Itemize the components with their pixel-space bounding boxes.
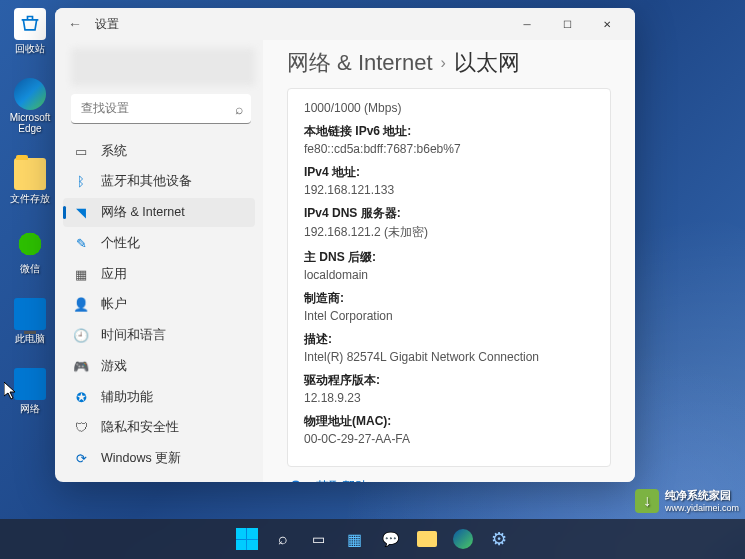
monitor-icon xyxy=(14,298,46,330)
sidebar-item-personalization[interactable]: ✎个性化 xyxy=(63,229,255,258)
sidebar-item-label: 应用 xyxy=(101,266,127,283)
dns-value: 192.168.121.2 (未加密) xyxy=(304,224,594,241)
sidebar-item-label: 隐私和安全性 xyxy=(101,419,179,436)
update-icon: ⟳ xyxy=(73,451,89,467)
back-button[interactable]: ← xyxy=(63,12,87,36)
clock-icon: 🕘 xyxy=(73,328,89,344)
desktop-icon-label: 文件存放 xyxy=(6,192,54,206)
ethernet-details-card: 1000/1000 (Mbps) 本地链接 IPv6 地址:fe80::cd5a… xyxy=(287,88,611,467)
shield-icon: 🛡 xyxy=(73,420,89,436)
sidebar-item-label: 辅助功能 xyxy=(101,389,153,406)
minimize-button[interactable]: ─ xyxy=(507,10,547,38)
sidebar: ⌕ ▭系统 ᛒ蓝牙和其他设备 ◥网络 & Internet ✎个性化 ▦应用 👤… xyxy=(55,40,263,482)
desktop-icon-this-pc[interactable]: 此电脑 xyxy=(6,298,54,346)
sidebar-item-accounts[interactable]: 👤帐户 xyxy=(63,290,255,319)
sidebar-item-time-language[interactable]: 🕘时间和语言 xyxy=(63,321,255,350)
help-icon: 👤 xyxy=(287,480,304,483)
task-view-button[interactable]: ▭ xyxy=(303,523,335,555)
wechat-icon xyxy=(14,228,46,260)
sidebar-item-label: 帐户 xyxy=(101,296,127,313)
breadcrumb-current: 以太网 xyxy=(454,48,520,78)
desktop-icon-label: Microsoft Edge xyxy=(6,112,54,134)
window-title: 设置 xyxy=(95,16,119,33)
get-help-link[interactable]: 👤 获取帮助 xyxy=(287,479,611,482)
taskbar-search-button[interactable]: ⌕ xyxy=(267,523,299,555)
link-speed-value: 1000/1000 (Mbps) xyxy=(304,101,594,115)
search-input[interactable] xyxy=(71,94,251,124)
sidebar-item-apps[interactable]: ▦应用 xyxy=(63,260,255,289)
apps-icon: ▦ xyxy=(73,266,89,282)
manufacturer-label: 制造商: xyxy=(304,290,594,307)
sidebar-item-privacy[interactable]: 🛡隐私和安全性 xyxy=(63,413,255,442)
close-button[interactable]: ✕ xyxy=(587,10,627,38)
desktop-icon-folder[interactable]: 文件存放 xyxy=(6,158,54,206)
folder-icon xyxy=(14,158,46,190)
titlebar: ← 设置 ─ ☐ ✕ xyxy=(55,8,635,40)
content-area: 网络 & Internet › 以太网 1000/1000 (Mbps) 本地链… xyxy=(263,40,635,482)
desktop-icon-label: 此电脑 xyxy=(6,332,54,346)
sidebar-item-label: 蓝牙和其他设备 xyxy=(101,173,192,190)
sidebar-item-label: 时间和语言 xyxy=(101,327,166,344)
edge-button[interactable] xyxy=(447,523,479,555)
desktop-icon-wechat[interactable]: 微信 xyxy=(6,228,54,276)
ipv6-label: 本地链接 IPv6 地址: xyxy=(304,123,594,140)
sidebar-item-accessibility[interactable]: ✪辅助功能 xyxy=(63,383,255,412)
breadcrumb: 网络 & Internet › 以太网 xyxy=(287,48,611,78)
chevron-right-icon: › xyxy=(441,54,446,72)
watermark-brand: 纯净系统家园 xyxy=(665,488,739,503)
chat-icon: 💬 xyxy=(382,531,399,547)
start-button[interactable] xyxy=(231,523,263,555)
user-account-area[interactable] xyxy=(71,48,255,86)
chat-button[interactable]: 💬 xyxy=(375,523,407,555)
sidebar-item-label: Windows 更新 xyxy=(101,450,181,467)
system-icon: ▭ xyxy=(73,143,89,159)
brush-icon: ✎ xyxy=(73,235,89,251)
desktop-icon-label: 微信 xyxy=(6,262,54,276)
manufacturer-value: Intel Corporation xyxy=(304,309,594,323)
sidebar-item-label: 个性化 xyxy=(101,235,140,252)
driver-version-value: 12.18.9.23 xyxy=(304,391,594,405)
search-icon: ⌕ xyxy=(278,530,288,548)
dns-suffix-label: 主 DNS 后缀: xyxy=(304,249,594,266)
person-icon: 👤 xyxy=(73,297,89,313)
desktop-icon-label: 回收站 xyxy=(6,42,54,56)
ipv4-value: 192.168.121.133 xyxy=(304,183,594,197)
sidebar-item-system[interactable]: ▭系统 xyxy=(63,137,255,166)
sidebar-item-windows-update[interactable]: ⟳Windows 更新 xyxy=(63,444,255,473)
description-value: Intel(R) 82574L Gigabit Network Connecti… xyxy=(304,350,594,364)
edge-icon xyxy=(14,78,46,110)
search-icon: ⌕ xyxy=(235,101,243,117)
taskbar: ⌕ ▭ ▦ 💬 ⚙ xyxy=(0,519,745,559)
widgets-button[interactable]: ▦ xyxy=(339,523,371,555)
sidebar-item-gaming[interactable]: 🎮游戏 xyxy=(63,352,255,381)
sidebar-item-label: 游戏 xyxy=(101,358,127,375)
watermark-url: www.yidaimei.com xyxy=(665,503,739,513)
watermark: ↓ 纯净系统家园 www.yidaimei.com xyxy=(635,488,739,513)
maximize-button[interactable]: ☐ xyxy=(547,10,587,38)
ipv6-value: fe80::cd5a:bdff:7687:b6eb%7 xyxy=(304,142,594,156)
settings-button[interactable]: ⚙ xyxy=(483,523,515,555)
help-link-label: 获取帮助 xyxy=(316,479,368,482)
mac-address-label: 物理地址(MAC): xyxy=(304,413,594,430)
desktop-icon-edge[interactable]: Microsoft Edge xyxy=(6,78,54,134)
desktop-icon-network[interactable]: 网络 xyxy=(6,368,54,416)
desktop-icon-recycle-bin[interactable]: 回收站 xyxy=(6,8,54,56)
wifi-icon: ◥ xyxy=(73,205,89,221)
sidebar-item-network[interactable]: ◥网络 & Internet xyxy=(63,198,255,227)
dns-suffix-value: localdomain xyxy=(304,268,594,282)
breadcrumb-parent[interactable]: 网络 & Internet xyxy=(287,48,433,78)
file-explorer-button[interactable] xyxy=(411,523,443,555)
sidebar-item-label: 网络 & Internet xyxy=(101,204,185,221)
ipv4-label: IPv4 地址: xyxy=(304,164,594,181)
mac-address-value: 00-0C-29-27-AA-FA xyxy=(304,432,594,446)
dns-label: IPv4 DNS 服务器: xyxy=(304,205,594,222)
sidebar-item-bluetooth[interactable]: ᛒ蓝牙和其他设备 xyxy=(63,167,255,196)
sidebar-item-label: 系统 xyxy=(101,143,127,160)
edge-icon xyxy=(453,529,473,549)
gamepad-icon: 🎮 xyxy=(73,358,89,374)
bluetooth-icon: ᛒ xyxy=(73,174,89,190)
gear-icon: ⚙ xyxy=(491,528,507,550)
accessibility-icon: ✪ xyxy=(73,389,89,405)
description-label: 描述: xyxy=(304,331,594,348)
driver-version-label: 驱动程序版本: xyxy=(304,372,594,389)
